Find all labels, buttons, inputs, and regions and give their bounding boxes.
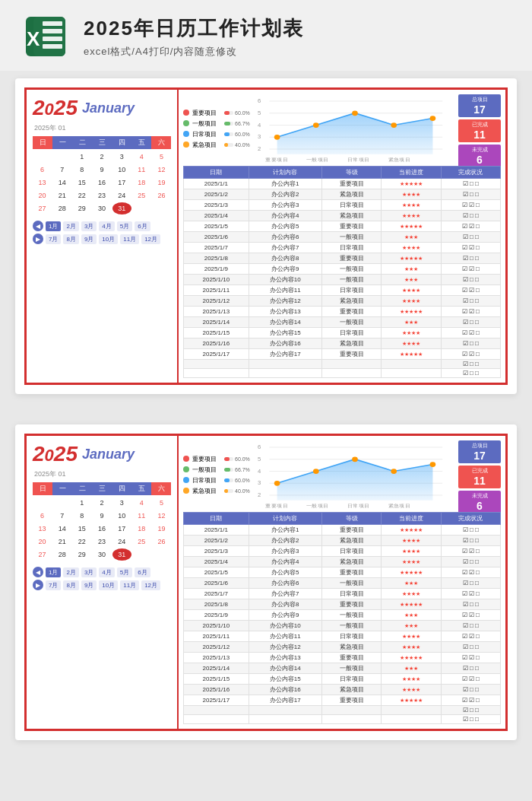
cal-day[interactable]: 4 xyxy=(132,151,151,163)
month-btn-7[interactable]: 7月 xyxy=(46,234,61,244)
table-cell[interactable]: ☑ □ □ xyxy=(441,578,500,589)
month-btn-2-9[interactable]: 9月 xyxy=(81,580,97,590)
cal-day[interactable]: 31 xyxy=(112,548,131,561)
cal-day[interactable]: 27 xyxy=(33,202,52,215)
cal-day[interactable]: 6 xyxy=(33,510,52,522)
month-btn-4[interactable]: 4月 xyxy=(99,221,114,231)
month-btn-2-11[interactable]: 11月 xyxy=(120,580,139,590)
cal-day[interactable]: 5 xyxy=(152,151,171,163)
table-cell[interactable]: ☑ ☑ □ xyxy=(441,653,500,663)
table-cell[interactable]: ☑ □ □ xyxy=(441,339,500,349)
month-btn-2-10[interactable]: 10月 xyxy=(99,580,118,590)
month-btn-8[interactable]: 8月 xyxy=(63,234,78,244)
month-btn-2-1[interactable]: 1月 xyxy=(46,567,61,577)
month-btn-2-5[interactable]: 5月 xyxy=(117,567,132,577)
table-cell[interactable]: ☑ □ □ xyxy=(441,232,500,243)
month-btn-2-3[interactable]: 3月 xyxy=(81,567,97,577)
table-cell[interactable]: ☑ □ □ xyxy=(441,253,500,264)
month-btn-2-7[interactable]: 7月 xyxy=(46,580,61,590)
table-cell[interactable]: ☑ ☑ □ xyxy=(441,264,500,275)
cal-day[interactable]: 26 xyxy=(152,189,171,202)
cal-day[interactable]: 2 xyxy=(92,151,111,163)
cal-day[interactable] xyxy=(132,202,151,215)
month-btn-2-2[interactable]: 2月 xyxy=(63,567,78,577)
prev-arrow[interactable]: ◀ xyxy=(33,221,43,231)
month-btn-3[interactable]: 3月 xyxy=(81,221,97,231)
cal-day[interactable]: 12 xyxy=(152,510,171,522)
table-cell[interactable]: ☑ □ □ xyxy=(441,317,500,328)
cal-day[interactable]: 25 xyxy=(132,189,151,202)
cal-day[interactable]: 20 xyxy=(33,536,52,548)
cal-day[interactable]: 22 xyxy=(72,189,91,202)
table-cell[interactable]: ☑ □ □ xyxy=(441,525,500,536)
cal-day[interactable]: 24 xyxy=(112,189,131,202)
cal-day[interactable]: 12 xyxy=(152,164,171,176)
cal-day[interactable]: 9 xyxy=(92,510,111,522)
table-cell[interactable]: ☑ ☑ □ xyxy=(441,243,500,253)
cal-day[interactable]: 21 xyxy=(52,536,71,548)
cal-day[interactable]: 29 xyxy=(72,548,91,561)
cal-day[interactable]: 11 xyxy=(132,510,151,522)
table-cell[interactable]: ☑ ☑ □ xyxy=(441,631,500,642)
cal-day[interactable]: 25 xyxy=(132,536,151,548)
cal-day[interactable]: 10 xyxy=(112,510,131,522)
table-cell[interactable]: ☑ □ □ xyxy=(441,369,500,378)
next-arrow-2[interactable]: ▶ xyxy=(33,580,43,590)
cal-day[interactable] xyxy=(52,151,71,163)
table-cell[interactable]: ☑ ☑ □ xyxy=(441,328,500,339)
cal-day[interactable]: 3 xyxy=(112,497,131,509)
month-btn-2[interactable]: 2月 xyxy=(63,221,78,231)
table-cell[interactable]: ☑ □ □ xyxy=(441,179,500,189)
table-cell[interactable]: ☑ □ □ xyxy=(441,663,500,674)
cal-day[interactable]: 18 xyxy=(132,523,151,535)
cal-day[interactable]: 18 xyxy=(132,176,151,189)
cal-day[interactable]: 22 xyxy=(72,536,91,548)
table-cell[interactable]: ☑ ☑ □ xyxy=(441,307,500,317)
cal-day[interactable] xyxy=(33,151,52,163)
cal-day[interactable]: 8 xyxy=(72,510,91,522)
table-cell[interactable]: ☑ □ □ xyxy=(441,715,500,724)
table-cell[interactable]: ☑ ☑ □ xyxy=(441,349,500,360)
table-cell[interactable]: ☑ □ □ xyxy=(441,275,500,285)
month-btn-2-12[interactable]: 12月 xyxy=(141,580,160,590)
cal-day[interactable]: 17 xyxy=(112,523,131,535)
table-cell[interactable]: ☑ ☑ □ xyxy=(441,610,500,621)
cal-day[interactable]: 24 xyxy=(112,536,131,548)
month-btn-9[interactable]: 9月 xyxy=(81,234,97,244)
cal-day[interactable] xyxy=(52,497,71,509)
cal-day[interactable]: 23 xyxy=(92,189,111,202)
cal-day[interactable]: 3 xyxy=(112,151,131,163)
cal-day[interactable]: 7 xyxy=(52,510,71,522)
cal-day[interactable]: 16 xyxy=(92,523,111,535)
table-cell[interactable]: ☑ ☑ □ xyxy=(441,200,500,211)
table-cell[interactable]: ☑ □ □ xyxy=(441,536,500,546)
table-cell[interactable]: ☑ ☑ □ xyxy=(441,567,500,578)
cal-day[interactable]: 1 xyxy=(72,151,91,163)
month-btn-2-4[interactable]: 4月 xyxy=(99,567,114,577)
table-cell[interactable]: ☑ ☑ □ xyxy=(441,546,500,557)
cal-day[interactable]: 10 xyxy=(112,164,131,176)
month-btn-12[interactable]: 12月 xyxy=(141,234,160,244)
cal-day[interactable]: 8 xyxy=(72,164,91,176)
cal-day[interactable]: 9 xyxy=(92,164,111,176)
prev-arrow-2[interactable]: ◀ xyxy=(33,567,43,577)
cal-day[interactable]: 20 xyxy=(33,189,52,202)
table-cell[interactable]: ☑ □ □ xyxy=(441,599,500,610)
cal-day[interactable]: 1 xyxy=(72,497,91,509)
cal-day[interactable]: 17 xyxy=(112,176,131,189)
table-cell[interactable]: ☑ ☑ □ xyxy=(441,589,500,599)
table-cell[interactable]: ☑ □ □ xyxy=(441,360,500,369)
table-cell[interactable]: ☑ □ □ xyxy=(441,621,500,631)
table-cell[interactable]: ☑ □ □ xyxy=(441,706,500,715)
cal-day[interactable]: 31 xyxy=(112,202,131,215)
cal-day[interactable]: 5 xyxy=(152,497,171,509)
month-btn-2-8[interactable]: 8月 xyxy=(63,580,78,590)
table-cell[interactable]: ☑ □ □ xyxy=(441,557,500,567)
cal-day[interactable]: 16 xyxy=(92,176,111,189)
month-btn-6[interactable]: 6月 xyxy=(135,221,150,231)
table-cell[interactable]: ☑ □ □ xyxy=(441,189,500,200)
table-cell[interactable]: ☑ ☑ □ xyxy=(441,674,500,685)
cal-day[interactable]: 11 xyxy=(132,164,151,176)
table-cell[interactable]: ☑ ☑ □ xyxy=(441,285,500,296)
month-btn-10[interactable]: 10月 xyxy=(99,234,118,244)
